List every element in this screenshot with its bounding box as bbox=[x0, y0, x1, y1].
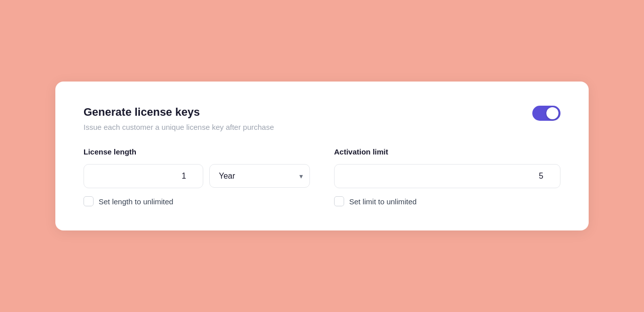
period-select-wrapper: Day Week Month Year ▾ bbox=[209, 164, 310, 188]
toggle-wrapper[interactable] bbox=[532, 106, 560, 121]
period-select[interactable]: Day Week Month Year bbox=[209, 164, 310, 188]
license-length-input-row: Day Week Month Year ▾ bbox=[84, 164, 310, 188]
set-length-unlimited-row[interactable]: Set length to unlimited bbox=[84, 196, 310, 206]
license-length-group: License length Day Week Month Year ▾ Set… bbox=[84, 147, 310, 206]
card-subtitle: Issue each customer a unique license key… bbox=[84, 123, 274, 131]
card-title: Generate license keys bbox=[84, 106, 274, 119]
set-length-unlimited-label: Set length to unlimited bbox=[99, 197, 173, 206]
activation-limit-input[interactable] bbox=[334, 164, 560, 188]
toggle-track bbox=[532, 106, 560, 121]
license-length-label: License length bbox=[84, 147, 310, 156]
header-text: Generate license keys Issue each custome… bbox=[84, 106, 274, 131]
activation-limit-group: Activation limit Set limit to unlimited bbox=[334, 147, 560, 206]
set-limit-unlimited-row[interactable]: Set limit to unlimited bbox=[334, 196, 560, 206]
activation-limit-label: Activation limit bbox=[334, 147, 560, 156]
set-length-unlimited-checkbox[interactable] bbox=[84, 196, 94, 206]
license-length-number-input[interactable] bbox=[84, 164, 203, 188]
generate-keys-toggle[interactable] bbox=[532, 106, 560, 121]
set-limit-unlimited-label: Set limit to unlimited bbox=[349, 197, 417, 206]
license-keys-card: Generate license keys Issue each custome… bbox=[55, 82, 589, 230]
set-limit-unlimited-checkbox[interactable] bbox=[334, 196, 344, 206]
fields-row: License length Day Week Month Year ▾ Set… bbox=[84, 147, 560, 206]
card-header: Generate license keys Issue each custome… bbox=[84, 106, 560, 131]
toggle-thumb bbox=[546, 107, 558, 119]
